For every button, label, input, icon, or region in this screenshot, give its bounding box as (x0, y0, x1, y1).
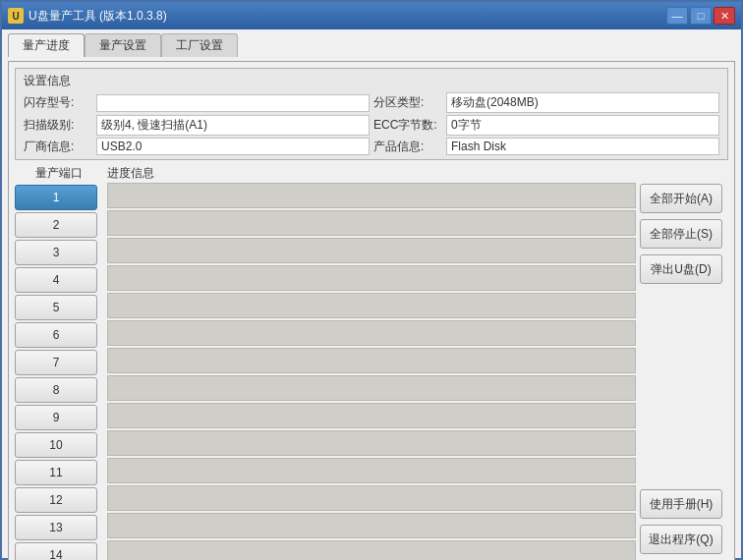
exit-button[interactable]: 退出程序(Q) (640, 525, 722, 554)
port-btn-1[interactable]: 1 (15, 185, 97, 210)
progress-section: 进度信息 (107, 164, 636, 560)
port-btn-9[interactable]: 9 (15, 405, 97, 430)
progress-row-4 (107, 265, 636, 291)
tab-production[interactable]: 量产进度 (8, 33, 85, 57)
progress-row-1 (107, 183, 636, 208)
progress-row-3 (107, 238, 636, 263)
manual-button[interactable]: 使用手册(H) (640, 489, 722, 519)
port-btn-13[interactable]: 13 (15, 515, 97, 540)
scan-level-label: 扫描级别: (24, 117, 92, 134)
port-btn-11[interactable]: 11 (15, 460, 97, 485)
info-section: 设置信息 闪存型号: 分区类型: 移动盘(2048MB) 扫描级别: 级别4, … (15, 68, 728, 160)
stop-all-button[interactable]: 全部停止(S) (640, 219, 722, 249)
progress-row-5 (107, 293, 636, 318)
port-btn-5[interactable]: 5 (15, 295, 97, 320)
eject-button[interactable]: 弹出U盘(D) (640, 254, 722, 284)
port-btn-8[interactable]: 8 (15, 377, 97, 403)
port-list: 12345678910111213141516 (15, 185, 103, 560)
start-all-button[interactable]: 全部开始(A) (640, 184, 722, 213)
flash-type-value (96, 94, 370, 112)
maximize-button[interactable]: □ (690, 7, 712, 25)
scan-level-value: 级别4, 慢速扫描(A1) (96, 115, 370, 136)
watermark-area: HD 河东软件网 www.pc0359.cn (640, 554, 728, 560)
progress-row-9 (107, 403, 636, 428)
tab-factory[interactable]: 工厂设置 (161, 33, 238, 57)
title-bar-left: U U盘量产工具 (版本1.0.3.8) (8, 8, 167, 25)
vendor-label: 厂商信息: (24, 139, 92, 155)
port-btn-14[interactable]: 14 (15, 542, 97, 560)
info-grid: 闪存型号: 分区类型: 移动盘(2048MB) 扫描级别: 级别4, 慢速扫描(… (24, 92, 719, 155)
tab-settings[interactable]: 量产设置 (85, 33, 161, 57)
progress-row-10 (107, 430, 636, 456)
close-button[interactable]: ✕ (714, 7, 735, 25)
port-btn-3[interactable]: 3 (15, 240, 97, 265)
progress-list (107, 183, 636, 560)
progress-row-11 (107, 458, 636, 483)
port-section-label: 量产端口 (15, 164, 103, 183)
port-btn-7[interactable]: 7 (15, 350, 97, 375)
title-controls: — □ ✕ (666, 7, 735, 25)
progress-row-7 (107, 348, 636, 373)
main-area: 量产端口 12345678910111213141516 进度信息 全部开始(A… (15, 164, 728, 560)
port-btn-4[interactable]: 4 (15, 267, 97, 293)
minimize-button[interactable]: — (666, 7, 688, 25)
port-btn-2[interactable]: 2 (15, 212, 97, 238)
window-content: 量产进度 量产设置 工厂设置 设置信息 闪存型号: 分区类型: 移动盘(2048… (2, 29, 741, 560)
ecc-value: 0字节 (446, 115, 719, 136)
info-title: 设置信息 (24, 73, 719, 89)
right-column: 全部开始(A) 全部停止(S) 弹出U盘(D) 使用手册(H) 退出程序(Q) … (640, 164, 728, 560)
progress-row-12 (107, 485, 636, 511)
progress-row-13 (107, 513, 636, 538)
ecc-label: ECC字节数: (373, 117, 442, 134)
tab-content: 设置信息 闪存型号: 分区类型: 移动盘(2048MB) 扫描级别: 级别4, … (8, 61, 735, 560)
progress-row-8 (107, 375, 636, 401)
product-label: 产品信息: (373, 139, 442, 155)
port-btn-10[interactable]: 10 (15, 432, 97, 458)
partition-type-label: 分区类型: (373, 94, 442, 111)
progress-row-2 (107, 210, 636, 236)
tab-bar: 量产进度 量产设置 工厂设置 (8, 33, 735, 57)
vendor-value: USB2.0 (96, 138, 370, 155)
progress-row-14 (107, 540, 636, 560)
port-section: 量产端口 12345678910111213141516 (15, 164, 103, 560)
title-bar: U U盘量产工具 (版本1.0.3.8) — □ ✕ (2, 2, 741, 29)
flash-type-label: 闪存型号: (24, 94, 92, 111)
port-btn-6[interactable]: 6 (15, 322, 97, 348)
port-btn-12[interactable]: 12 (15, 487, 97, 513)
product-value: Flash Disk (446, 138, 719, 155)
partition-type-value: 移动盘(2048MB) (446, 92, 719, 113)
window-title: U盘量产工具 (版本1.0.3.8) (29, 8, 167, 25)
progress-row-6 (107, 320, 636, 346)
progress-label: 进度信息 (107, 164, 636, 183)
main-window: U U盘量产工具 (版本1.0.3.8) — □ ✕ 量产进度 量产设置 工厂设… (0, 0, 743, 560)
app-icon: U (8, 8, 24, 24)
